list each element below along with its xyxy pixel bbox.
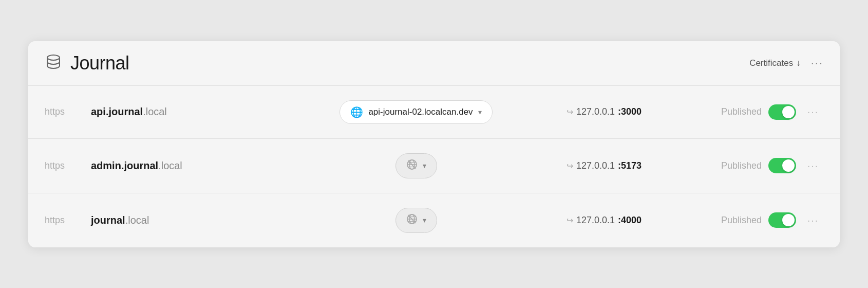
certificates-button[interactable]: Certificates ↓ [749, 58, 801, 68]
status-badge: Published [695, 160, 762, 171]
table-row: https admin.journal.local ▾ [28, 139, 840, 193]
globe-icon: 🌐 [350, 106, 363, 118]
main-card: Journal Certificates ↓ ··· https api.jou… [28, 41, 840, 247]
target-address: ↪ 127.0.0.1 :4000 [567, 215, 695, 226]
domain-label: admin.journal.local [91, 160, 266, 172]
toggle-container [762, 212, 803, 228]
tunnel-label: api-journal-02.localcan.dev [368, 107, 473, 117]
target-port: :4000 [618, 215, 641, 226]
toggle-thumb [782, 159, 795, 172]
tunnel-selector: ▾ [266, 153, 567, 178]
toggle-thumb [782, 106, 795, 118]
header-left: Journal [45, 52, 749, 74]
app-title: Journal [70, 52, 129, 74]
protocol-label: https [45, 106, 91, 117]
protocol-label: https [45, 215, 91, 226]
header-right: Certificates ↓ ··· [749, 57, 823, 70]
protocol-label: https [45, 160, 91, 171]
toggle-container [762, 104, 803, 120]
toggle-thumb [782, 214, 795, 226]
certificates-sort-icon: ↓ [796, 58, 801, 68]
more-icon: ··· [811, 57, 823, 69]
table-row: https api.journal.local 🌐 api-journal-02… [28, 86, 840, 139]
redirect-icon: ↪ [567, 107, 573, 117]
header-more-button[interactable]: ··· [811, 57, 823, 70]
target-port: :5173 [618, 160, 641, 171]
row-more-button[interactable]: ··· [807, 214, 819, 226]
domain-bold: journal [91, 214, 125, 226]
chevron-down-icon: ▾ [423, 216, 426, 224]
row-more: ··· [803, 214, 823, 226]
tunnel-selector: 🌐 api-journal-02.localcan.dev ▾ [266, 100, 567, 124]
domain-bold: api.journal [91, 106, 143, 117]
domain-label: api.journal.local [91, 106, 266, 118]
domain-label: journal.local [91, 214, 266, 226]
enabled-toggle[interactable] [768, 158, 796, 173]
target-port: :3000 [618, 106, 641, 117]
chevron-down-icon: ▾ [423, 161, 426, 170]
offline-icon [406, 213, 418, 227]
target-address: ↪ 127.0.0.1 :5173 [567, 160, 695, 171]
toggle-container [762, 158, 803, 173]
tunnel-dropdown[interactable]: ▾ [395, 153, 437, 178]
tunnel-selector: ▾ [266, 208, 567, 233]
redirect-icon: ↪ [567, 215, 573, 225]
target-address: ↪ 127.0.0.1 :3000 [567, 106, 695, 117]
enabled-toggle[interactable] [768, 212, 796, 228]
tunnel-dropdown[interactable]: ▾ [395, 208, 437, 233]
status-badge: Published [695, 106, 762, 117]
target-ip: 127.0.0.1 [576, 215, 615, 226]
domain-bold: admin.journal [91, 160, 158, 171]
row-more: ··· [803, 106, 823, 118]
svg-point-0 [47, 55, 60, 60]
status-badge: Published [695, 215, 762, 226]
target-ip: 127.0.0.1 [576, 160, 615, 171]
row-more-button[interactable]: ··· [807, 106, 819, 118]
enabled-toggle[interactable] [768, 104, 796, 120]
redirect-icon: ↪ [567, 161, 573, 171]
tunnel-dropdown[interactable]: 🌐 api-journal-02.localcan.dev ▾ [339, 100, 492, 124]
target-ip: 127.0.0.1 [576, 106, 615, 117]
row-more: ··· [803, 160, 823, 172]
offline-icon [406, 159, 418, 173]
database-icon [45, 53, 62, 73]
certificates-label: Certificates [749, 58, 793, 68]
row-more-button[interactable]: ··· [807, 160, 819, 172]
header: Journal Certificates ↓ ··· [28, 41, 840, 86]
table-row: https journal.local ▾ ↪ [28, 193, 840, 247]
chevron-down-icon: ▾ [478, 108, 482, 116]
